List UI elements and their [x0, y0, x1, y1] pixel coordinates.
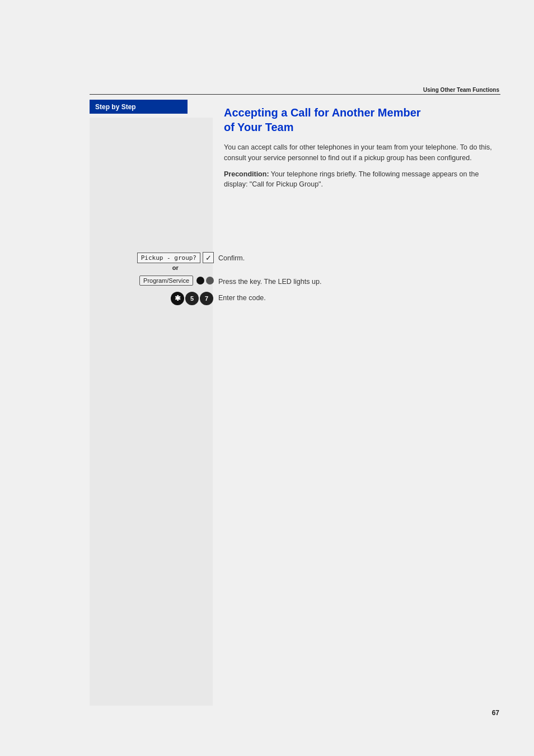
step-1: Pickup - group? ✓ or Confirm. — [90, 252, 403, 272]
step-2-description: Press the key. The LED lights up. — [218, 276, 403, 287]
header-section-title: Using Other Team Functions — [423, 87, 499, 93]
title-line1: Accepting a Call for Another Member — [224, 106, 421, 119]
page-number: 67 — [492, 709, 499, 717]
left-content-box — [90, 118, 213, 706]
right-column: Accepting a Call for Another Member of Y… — [224, 100, 500, 199]
star-key[interactable]: ✱ — [171, 292, 184, 305]
step-3-widget: ✱ 5 7 — [90, 292, 218, 305]
led-dot-2 — [206, 277, 214, 284]
step-2-widget: Program/Service — [90, 276, 218, 286]
step-by-step-label: Step by Step — [95, 103, 136, 111]
page-title: Accepting a Call for Another Member of Y… — [224, 100, 500, 134]
led-indicators — [195, 277, 214, 284]
step-2: Program/Service Press the key. The LED l… — [90, 276, 403, 287]
steps-container: Pickup - group? ✓ or Confirm. Program/Se… — [90, 252, 403, 309]
page: Using Other Team Functions Step by Step … — [0, 0, 534, 756]
step-by-step-box: Step by Step — [90, 100, 188, 114]
step-3: ✱ 5 7 Enter the code. — [90, 292, 403, 305]
key-5[interactable]: 5 — [185, 292, 199, 305]
led-dot-1 — [196, 277, 204, 284]
confirm-checkmark[interactable]: ✓ — [203, 252, 214, 263]
step-3-description: Enter the code. — [218, 292, 403, 304]
program-service-button[interactable]: Program/Service — [139, 276, 193, 286]
code-key-group: ✱ 5 7 — [170, 292, 214, 305]
step-1-widget: Pickup - group? ✓ or — [90, 252, 218, 272]
header-rule — [90, 94, 500, 95]
key-7[interactable]: 7 — [200, 292, 213, 305]
or-label: or — [172, 264, 179, 271]
precondition-label: Precondition: — [224, 170, 269, 178]
step-1-description: Confirm. — [218, 252, 403, 264]
title-line2: of Your Team — [224, 121, 293, 133]
body-paragraph: You can accept calls for other telephone… — [224, 142, 500, 164]
precondition-paragraph: Precondition: Your telephone rings brief… — [224, 169, 500, 190]
pickup-group-button[interactable]: Pickup - group? — [137, 253, 200, 263]
